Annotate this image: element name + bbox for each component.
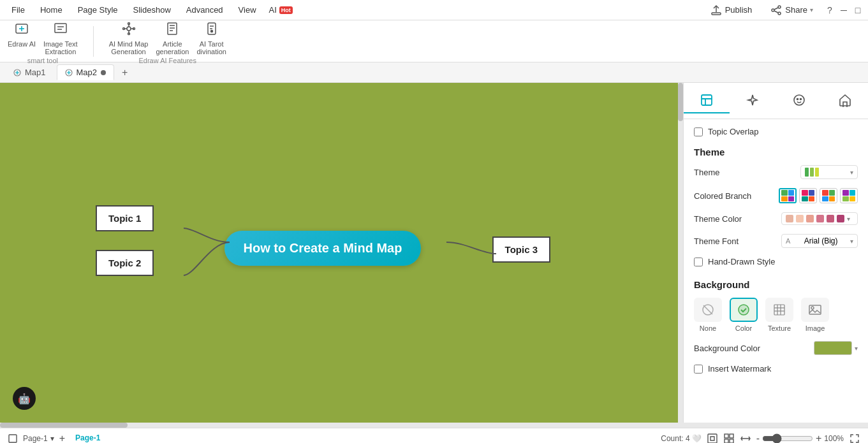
menu-home[interactable]: Home (34, 3, 69, 17)
tab-map1-icon (13, 69, 21, 76)
zoom-in-button[interactable]: + (816, 433, 821, 444)
maximize-button[interactable]: □ (853, 5, 863, 15)
svg-rect-40 (730, 434, 733, 438)
hot-badge: Hot (279, 6, 293, 14)
count-heart: 🤍 (692, 434, 702, 443)
tcolor-2 (796, 215, 804, 222)
h-scrollbar-thumb[interactable] (0, 423, 128, 428)
minimize-button[interactable]: ─ (839, 5, 849, 15)
right-panel: Topic Overlap Theme Theme ▾ Colored B (683, 83, 868, 423)
panel-icon-home[interactable] (822, 88, 868, 113)
theme-bar-3 (815, 168, 819, 177)
topic3-node[interactable]: Topic 3 (492, 236, 550, 263)
tab-map2[interactable]: Map2 (57, 64, 115, 80)
zoom-control: - + 100% (756, 433, 844, 444)
tab-map1[interactable]: Map1 (5, 64, 54, 80)
cb-option-2[interactable] (799, 188, 817, 203)
expand-icon[interactable] (8, 433, 18, 444)
fit-width-icon[interactable] (740, 433, 751, 444)
menu-advanced[interactable]: Advanced (180, 3, 230, 17)
horizontal-scrollbar[interactable] (0, 423, 868, 428)
bg-option-none[interactable]: None (694, 298, 722, 332)
tool-article-gen[interactable]: Articlegeneration (156, 18, 189, 55)
watermark-checkbox[interactable] (694, 365, 703, 374)
theme-row: Theme ▾ (694, 165, 858, 179)
bg-color-chevron[interactable]: ▾ (855, 345, 858, 352)
cb-option-4[interactable] (840, 188, 858, 203)
colored-branch-options (779, 188, 858, 203)
svg-point-36 (811, 307, 814, 309)
grid-view-icon[interactable] (723, 433, 735, 444)
layout-icon (700, 93, 714, 107)
svg-rect-39 (725, 434, 728, 438)
hand-drawn-checkbox[interactable] (694, 258, 703, 266)
publish-button[interactable]: Publish (703, 2, 759, 18)
canvas[interactable]: How to Create a Mind Map Topic 1 Topic 2… (0, 83, 678, 423)
tool-image-text[interactable]: Image TextExtraction (43, 18, 78, 55)
bg-option-texture[interactable]: Texture (765, 298, 793, 332)
zoom-out-button[interactable]: - (756, 433, 760, 444)
tab-map2-icon (65, 69, 73, 76)
fullscreen-icon[interactable] (849, 433, 860, 444)
theme-font-label: Theme Font (694, 236, 739, 246)
publish-icon (710, 4, 723, 17)
hand-drawn-row: Hand-Drawn Style (694, 257, 858, 266)
menu-slideshow[interactable]: Slideshow (127, 3, 177, 17)
theme-color-selector[interactable]: ▾ (781, 212, 858, 225)
ai-label: AI (269, 5, 277, 15)
menu-page-style[interactable]: Page Style (71, 3, 124, 17)
panel-icon-sparkle[interactable] (730, 88, 776, 113)
share-chevron[interactable]: ▾ (810, 6, 813, 13)
svg-point-3 (778, 12, 781, 15)
bg-option-image[interactable]: Image (801, 298, 829, 332)
tcolor-6 (837, 215, 844, 222)
sparkle-icon (746, 93, 760, 107)
background-section-heading: Background (694, 279, 858, 290)
theme-label: Theme (694, 168, 719, 177)
edraw-ai-icon (14, 21, 29, 36)
svg-line-28 (703, 305, 712, 314)
menu-view[interactable]: View (232, 3, 263, 17)
page-selector-chevron[interactable]: ▾ (50, 434, 54, 443)
menu-ai[interactable]: AI Hot (265, 3, 297, 17)
cb-option-1[interactable] (779, 188, 797, 203)
scrollbar-thumb[interactable] (678, 83, 683, 121)
fit-page-icon[interactable] (707, 433, 718, 444)
theme-selector[interactable]: ▾ (800, 165, 858, 179)
colored-branch-label: Colored Branch (694, 191, 751, 201)
help-button[interactable]: ? (825, 5, 835, 15)
theme-font-selector[interactable]: A Arial (Big) ▾ (781, 234, 858, 248)
image-text-label: Image TextExtraction (43, 40, 78, 55)
panel-icon-layout[interactable] (684, 88, 730, 113)
ai-features-label: Edraw AI Features (139, 57, 197, 64)
face-icon (792, 93, 806, 107)
theme-font-row: Theme Font A Arial (Big) ▾ (694, 234, 858, 248)
bg-option-color[interactable]: Color (730, 298, 758, 332)
theme-color-chevron: ▾ (847, 215, 850, 222)
count-label: Count: 4 (661, 434, 689, 443)
topic2-node[interactable]: Topic 2 (96, 250, 154, 276)
add-tab-button[interactable]: + (117, 64, 133, 81)
panel-icon-face[interactable] (776, 88, 822, 113)
add-page-button[interactable]: + (59, 433, 65, 444)
page-tab-active[interactable]: Page-1 (70, 432, 105, 444)
bg-color-label: Color (735, 324, 752, 332)
tool-mind-map-gen[interactable]: AI Mind MapGeneration (109, 18, 149, 55)
bg-image-label: Image (805, 324, 825, 332)
toolbar-divider-1 (93, 26, 94, 57)
main-layout: How to Create a Mind Map Topic 1 Topic 2… (0, 83, 868, 423)
svg-point-2 (772, 9, 774, 11)
share-button[interactable]: Share ▾ (763, 2, 820, 18)
topic1-node[interactable]: Topic 1 (96, 205, 154, 231)
central-node[interactable]: How to Create a Mind Map (224, 231, 422, 266)
background-color-swatch[interactable] (814, 341, 852, 355)
topic-overlap-checkbox[interactable] (694, 127, 703, 136)
tool-edraw-ai[interactable]: Edraw AI (8, 18, 36, 55)
tool-tarot[interactable]: AI Tarotdivination (196, 18, 226, 55)
canvas-scrollbar[interactable] (678, 83, 683, 423)
menu-file[interactable]: File (5, 3, 31, 17)
ai-assistant-button[interactable]: 🤖 (13, 387, 36, 410)
cb-option-3[interactable] (820, 188, 837, 203)
zoom-slider[interactable] (762, 433, 813, 444)
svg-rect-42 (730, 439, 733, 443)
